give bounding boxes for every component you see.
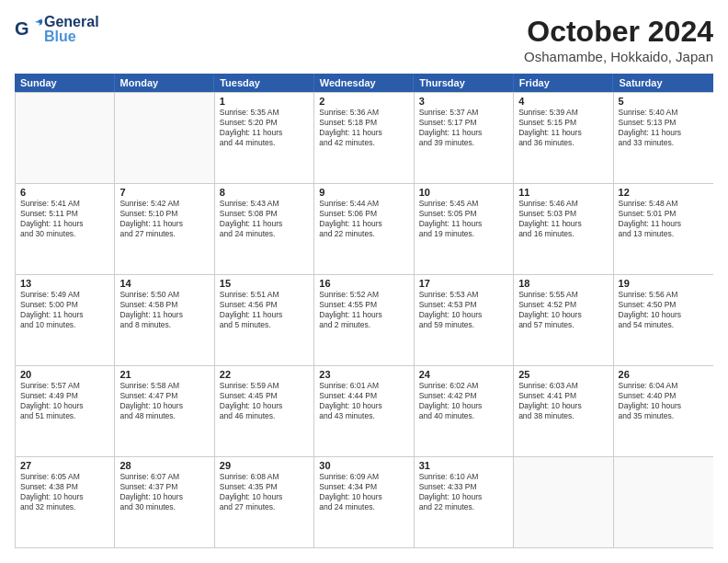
calendar-cell: 9Sunrise: 5:44 AMSunset: 5:06 PMDaylight… [314,184,414,274]
day-number: 17 [419,278,508,289]
calendar-cell: 25Sunrise: 6:03 AMSunset: 4:41 PMDayligh… [514,366,613,456]
day-info-line: Sunset: 4:58 PM [119,300,209,310]
day-info-line: Daylight: 10 hours [419,401,508,411]
day-info-line: and 27 minutes. [119,229,209,239]
day-info-line: Daylight: 11 hours [119,310,209,320]
calendar-header: SundayMondayTuesdayWednesdayThursdayFrid… [15,74,713,92]
day-info-line: Sunset: 5:18 PM [319,118,408,128]
day-info-line: Sunrise: 5:52 AM [319,290,408,300]
day-info-line: and 43 minutes. [319,411,408,421]
day-info-line: and 54 minutes. [619,320,709,330]
day-info-line: and 13 minutes. [619,229,709,239]
day-info-line: Sunset: 4:45 PM [220,391,309,401]
calendar-cell: 6Sunrise: 5:41 AMSunset: 5:11 PMDaylight… [16,184,115,274]
day-info-line: Sunrise: 5:51 AM [220,290,309,300]
day-info-line: and 19 minutes. [419,229,508,239]
day-info-line: Sunrise: 5:58 AM [119,381,209,391]
day-info-line: Daylight: 11 hours [419,219,508,229]
day-info-line: Sunrise: 6:04 AM [619,381,709,391]
calendar-cell: 21Sunrise: 5:58 AMSunset: 4:47 PMDayligh… [115,366,214,456]
day-info-line: Daylight: 11 hours [220,128,309,138]
day-info-line: Sunrise: 6:09 AM [319,472,408,482]
day-info-line: Sunrise: 5:50 AM [119,290,209,300]
day-info-line: Daylight: 11 hours [20,310,109,320]
day-info-line: Sunset: 5:17 PM [419,118,508,128]
day-info-line: and 48 minutes. [119,411,209,421]
day-info-line: Sunrise: 5:59 AM [220,381,309,391]
calendar-cell: 5Sunrise: 5:40 AMSunset: 5:13 PMDaylight… [614,93,713,183]
calendar-cell: 11Sunrise: 5:46 AMSunset: 5:03 PMDayligh… [514,184,613,274]
day-info-line: and 57 minutes. [518,320,608,330]
day-info-line: Sunset: 4:44 PM [319,391,408,401]
day-info-line: Daylight: 11 hours [220,310,309,320]
day-info-line: Daylight: 11 hours [518,219,608,229]
calendar-cell [115,93,214,183]
page-title: October 2024 [524,15,713,49]
day-number: 14 [119,278,209,289]
day-info-line: Sunset: 4:40 PM [619,391,709,401]
day-info-line: Sunrise: 5:36 AM [319,108,408,118]
day-info-line: Daylight: 10 hours [20,492,109,502]
day-info-line: and 30 minutes. [119,502,209,512]
calendar-cell: 1Sunrise: 5:35 AMSunset: 5:20 PMDaylight… [215,93,314,183]
day-info-line: and 39 minutes. [419,138,508,148]
day-info-line: Sunrise: 5:37 AM [419,108,508,118]
day-info-line: Sunset: 4:37 PM [119,482,209,492]
header: G General Blue October 2024 Oshamambe, H… [15,15,713,64]
calendar-cell: 27Sunrise: 6:05 AMSunset: 4:38 PMDayligh… [16,457,115,547]
day-number: 23 [319,369,408,380]
day-info-line: Sunset: 4:38 PM [20,482,109,492]
logo-bird-icon: G [15,18,42,40]
day-info-line: and 59 minutes. [419,320,508,330]
day-info-line: Daylight: 10 hours [419,310,508,320]
day-info-line: Daylight: 10 hours [419,492,508,502]
day-info-line: Sunrise: 6:08 AM [220,472,309,482]
day-info-line: Sunset: 5:06 PM [319,209,408,219]
day-info-line: Daylight: 11 hours [619,219,709,229]
day-info-line: and 32 minutes. [20,502,109,512]
calendar-week-row: 13Sunrise: 5:49 AMSunset: 5:00 PMDayligh… [16,274,713,365]
day-number: 19 [619,278,709,289]
calendar-cell: 10Sunrise: 5:45 AMSunset: 5:05 PMDayligh… [415,184,514,274]
day-info-line: Daylight: 10 hours [518,310,608,320]
calendar-cell: 30Sunrise: 6:09 AMSunset: 4:34 PMDayligh… [314,457,414,547]
day-info-line: Daylight: 10 hours [518,401,608,411]
calendar-cell: 29Sunrise: 6:08 AMSunset: 4:35 PMDayligh… [215,457,314,547]
day-info-line: and 10 minutes. [20,320,109,330]
calendar-cell: 31Sunrise: 6:10 AMSunset: 4:33 PMDayligh… [415,457,514,547]
day-number: 5 [619,96,709,107]
calendar-cell: 12Sunrise: 5:48 AMSunset: 5:01 PMDayligh… [614,184,713,274]
day-info-line: Daylight: 11 hours [20,219,109,229]
day-number: 11 [518,187,608,198]
day-info-line: Daylight: 10 hours [619,401,709,411]
calendar-day-header: Friday [514,74,614,92]
day-info-line: Sunset: 4:42 PM [419,391,508,401]
calendar-cell: 28Sunrise: 6:07 AMSunset: 4:37 PMDayligh… [115,457,214,547]
title-block: October 2024 Oshamambe, Hokkaido, Japan [524,15,713,64]
day-info-line: Sunrise: 5:55 AM [518,290,608,300]
calendar-week-row: 20Sunrise: 5:57 AMSunset: 4:49 PMDayligh… [16,365,713,456]
day-info-line: Sunset: 4:53 PM [419,300,508,310]
day-number: 18 [518,278,608,289]
day-info-line: Sunset: 5:05 PM [419,209,508,219]
calendar-day-header: Tuesday [214,74,314,92]
day-info-line: Sunrise: 6:02 AM [419,381,508,391]
day-number: 26 [619,369,709,380]
day-info-line: Daylight: 11 hours [319,128,408,138]
day-info-line: Daylight: 11 hours [518,128,608,138]
calendar-day-header: Thursday [414,74,514,92]
day-info-line: Sunset: 4:41 PM [518,391,608,401]
calendar-cell: 15Sunrise: 5:51 AMSunset: 4:56 PMDayligh… [215,275,314,365]
day-info-line: Sunrise: 5:41 AM [20,199,109,209]
day-number: 12 [619,187,709,198]
day-info-line: and 5 minutes. [220,320,309,330]
calendar-day-header: Wednesday [314,74,415,92]
calendar-body: 1Sunrise: 5:35 AMSunset: 5:20 PMDaylight… [15,92,713,548]
day-info-line: Daylight: 10 hours [119,492,209,502]
calendar-cell: 13Sunrise: 5:49 AMSunset: 5:00 PMDayligh… [16,275,115,365]
day-info-line: Daylight: 10 hours [619,310,709,320]
day-info-line: Sunset: 5:03 PM [518,209,608,219]
day-info-line: and 42 minutes. [319,138,408,148]
day-number: 6 [20,187,109,198]
day-number: 15 [220,278,309,289]
